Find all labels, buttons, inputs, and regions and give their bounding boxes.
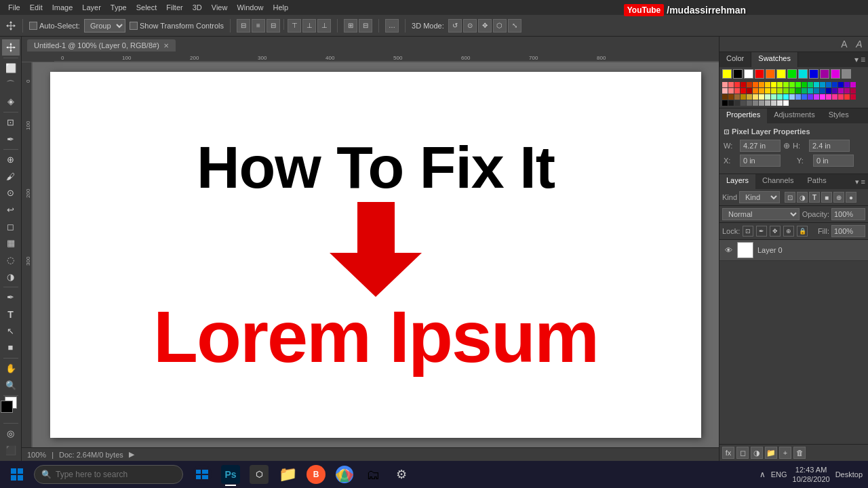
yellow2-swatch[interactable] — [776, 69, 786, 79]
eyedropper-tool-btn[interactable]: ✒ — [2, 131, 20, 147]
swatch-cell[interactable] — [808, 94, 813, 100]
swatch-cell[interactable] — [728, 88, 734, 94]
swatches-tab[interactable]: Swatches — [751, 52, 798, 67]
gray-swatch[interactable] — [842, 69, 851, 79]
swatch-cell[interactable] — [789, 88, 795, 94]
swatch-cell[interactable] — [777, 82, 783, 87]
swatch-cell[interactable] — [741, 88, 746, 94]
swatch-cell[interactable] — [844, 94, 850, 100]
menu-item-3d[interactable]: 3D — [189, 2, 206, 13]
fill-input[interactable] — [831, 225, 865, 237]
shape-tool-btn[interactable]: ■ — [2, 340, 20, 356]
swatch-cell[interactable] — [728, 100, 734, 106]
menu-item-layer[interactable]: Layer — [78, 2, 105, 13]
swatch-cell[interactable] — [783, 82, 789, 87]
taskview-btn[interactable] — [189, 461, 216, 488]
green-swatch[interactable] — [787, 69, 797, 79]
filter-kind-dropdown[interactable]: Kind — [739, 191, 780, 203]
move-tool-btn[interactable] — [2, 39, 20, 56]
layers-collapse-btn[interactable]: ▾ — [855, 178, 859, 186]
lasso-tool-btn[interactable]: ⌒ — [2, 77, 20, 93]
swatch-cell[interactable] — [771, 88, 776, 94]
swatch-cell[interactable] — [795, 88, 801, 94]
layers-tab[interactable]: Layers — [719, 174, 755, 189]
swatch-cell[interactable] — [802, 82, 807, 87]
align-top-btn[interactable]: ⊤ — [288, 19, 301, 33]
swatch-cell[interactable] — [728, 82, 734, 87]
marquee-tool-btn[interactable]: ⬜ — [2, 60, 20, 77]
text-tool-btn[interactable]: T — [2, 306, 20, 323]
align-center-btn[interactable]: ≡ — [252, 19, 265, 33]
color-tab[interactable]: Color — [719, 52, 751, 67]
swatch-cell[interactable] — [795, 82, 801, 87]
layers-menu-btn[interactable]: ≡ — [861, 178, 865, 186]
align-right-btn[interactable]: ⊟ — [267, 19, 280, 33]
paths-tab[interactable]: Paths — [801, 174, 833, 189]
3d-pan-btn[interactable]: ✥ — [478, 19, 492, 33]
align-middle-btn[interactable]: ⊥ — [302, 19, 316, 33]
channels-tab[interactable]: Channels — [755, 174, 800, 189]
white-swatch[interactable] — [744, 69, 753, 79]
path-select-btn[interactable]: ↖ — [2, 323, 20, 339]
canvas-viewport[interactable]: How To Fix It Lorem Ipsum — [33, 62, 719, 447]
swatch-cell[interactable] — [850, 82, 856, 87]
swatch-cell[interactable] — [741, 94, 746, 100]
menu-item-image[interactable]: Image — [48, 2, 77, 13]
layer-visibility-btn[interactable]: 👁 — [724, 245, 733, 255]
search-input[interactable] — [56, 470, 176, 479]
swatch-cell[interactable] — [820, 94, 825, 100]
show-desktop-btn[interactable]: Desktop — [835, 470, 863, 479]
media-app-btn[interactable]: ⬡ — [245, 461, 273, 488]
swatch-cell[interactable] — [832, 88, 837, 94]
taskbar-clock[interactable]: 12:43 AM 10/28/2020 — [793, 465, 830, 485]
document-tab[interactable]: Untitled-1 @ 100% (Layer 0, RGB/8#) ✕ — [27, 39, 176, 52]
auto-select-checkbox[interactable] — [29, 22, 37, 30]
layer-fx-btn[interactable]: fx — [722, 447, 734, 459]
3d-rotate-btn[interactable]: ↺ — [448, 19, 462, 33]
swatch-cell[interactable] — [783, 94, 789, 100]
show-transform-checkbox[interactable] — [130, 22, 138, 30]
swatch-cell[interactable] — [814, 88, 819, 94]
healing-tool-btn[interactable]: ⊕ — [2, 152, 20, 168]
folder-app-btn[interactable]: 📁 — [274, 461, 301, 488]
menu-item-filter[interactable]: Filter — [162, 2, 186, 13]
lock-position-btn[interactable]: ✥ — [770, 226, 781, 237]
swatch-cell[interactable] — [826, 94, 831, 100]
more-options-btn[interactable]: … — [385, 19, 399, 33]
layer-row-0[interactable]: 👁 Layer 0 — [719, 240, 868, 261]
filter-shape-btn[interactable]: ■ — [821, 192, 832, 203]
swatch-cell[interactable] — [838, 94, 844, 100]
prop-w-input[interactable] — [740, 140, 781, 152]
language-indicator[interactable]: ENG — [771, 470, 787, 479]
swatch-cell[interactable] — [808, 82, 813, 87]
adjustments-tab[interactable]: Adjustments — [767, 108, 822, 123]
swatch-cell[interactable] — [722, 82, 728, 87]
prop-x-input[interactable] — [740, 155, 781, 167]
layer-mask-btn[interactable]: ◻ — [736, 447, 749, 459]
swatch-cell[interactable] — [765, 82, 770, 87]
blend-mode-dropdown[interactable]: Normal — [722, 208, 800, 220]
stamp-tool-btn[interactable]: ⊙ — [2, 185, 20, 201]
swatch-cell[interactable] — [734, 82, 740, 87]
menu-item-type[interactable]: Type — [106, 2, 131, 13]
swatch-cell[interactable] — [722, 94, 728, 100]
swatch-cell[interactable] — [753, 82, 758, 87]
swatch-cell[interactable] — [759, 82, 764, 87]
swatch-cell[interactable] — [753, 100, 758, 106]
swatch-cell[interactable] — [826, 88, 831, 94]
search-bar[interactable]: 🔍 — [34, 465, 183, 484]
swatch-cell[interactable] — [759, 88, 764, 94]
swatch-cell[interactable] — [741, 100, 746, 106]
swatch-cell[interactable] — [832, 82, 837, 87]
swatch-cell[interactable] — [747, 100, 752, 106]
swatch-cell[interactable] — [741, 82, 746, 87]
swatch-cell[interactable] — [783, 88, 789, 94]
layer-group-btn[interactable]: 📁 — [765, 447, 777, 459]
swatch-cell[interactable] — [808, 88, 813, 94]
red-swatch[interactable] — [755, 69, 764, 79]
swatch-cell[interactable] — [734, 100, 740, 106]
show-hidden-icons-btn[interactable]: ∧ — [760, 470, 766, 479]
layer-delete-btn[interactable]: 🗑 — [793, 447, 806, 459]
magenta-swatch[interactable] — [831, 69, 840, 79]
swatch-cell[interactable] — [783, 100, 789, 106]
